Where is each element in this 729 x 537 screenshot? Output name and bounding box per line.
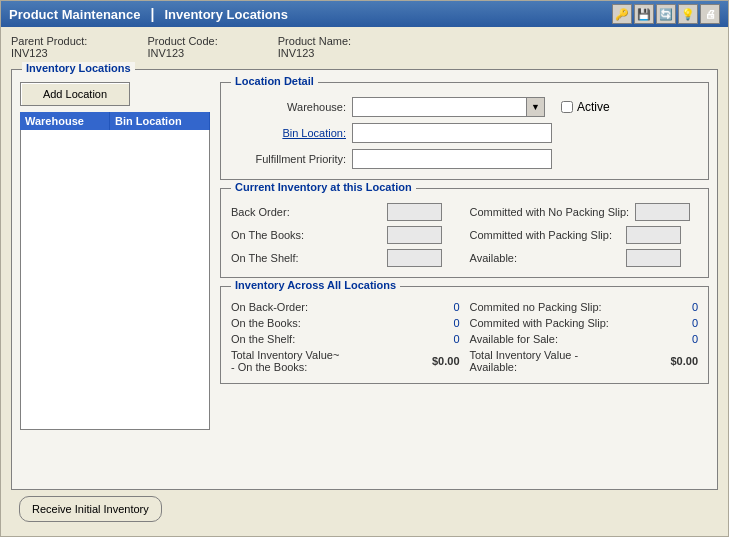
across-total-available-label: Total Inventory Value -Available:: [470, 349, 579, 373]
parent-product-value: INV123: [11, 47, 87, 59]
active-checkbox[interactable]: [561, 101, 573, 113]
across-total-books-row: Total Inventory Value~- On the Books: $0…: [231, 349, 460, 373]
across-all-legend: Inventory Across All Locations: [231, 279, 400, 291]
committed-no-slip-label: Committed with No Packing Slip:: [470, 206, 630, 218]
committed-slip-row: Committed with Packing Slip:: [470, 226, 699, 244]
page-title-section: Inventory Locations: [164, 7, 288, 22]
across-total-books-value: $0.00: [432, 355, 460, 367]
add-location-button[interactable]: Add Location: [20, 82, 130, 106]
list-body: [20, 130, 210, 430]
location-list: Warehouse Bin Location: [20, 112, 210, 430]
active-label: Active: [577, 100, 610, 114]
across-on-shelf-label: On the Shelf:: [231, 333, 295, 345]
across-on-books-label: On the Books:: [231, 317, 301, 329]
bin-location-col-header: Bin Location: [110, 112, 210, 130]
bin-location-label[interactable]: Bin Location:: [231, 127, 346, 139]
page-title-main: Product Maintenance: [9, 7, 140, 22]
across-on-shelf-value: 0: [440, 333, 460, 345]
warehouse-row: Warehouse: ▼ Active: [231, 97, 698, 117]
product-code-item: Product Code: INV123: [147, 35, 217, 59]
key-icon-btn[interactable]: 🔑: [612, 4, 632, 24]
warehouse-col-header: Warehouse: [20, 112, 110, 130]
across-total-available-value: $0.00: [670, 355, 698, 367]
across-available-sale-value: 0: [678, 333, 698, 345]
content-area: Parent Product: INV123 Product Code: INV…: [1, 27, 728, 536]
receive-initial-inventory-button[interactable]: Receive Initial Inventory: [19, 496, 162, 522]
inventory-locations-section: Inventory Locations Add Location Warehou…: [11, 69, 718, 490]
warehouse-input[interactable]: [352, 97, 527, 117]
product-name-label: Product Name:: [278, 35, 351, 47]
on-books-label: On The Books:: [231, 229, 381, 241]
back-order-label: Back Order:: [231, 206, 381, 218]
on-shelf-value: [387, 249, 442, 267]
current-inventory-grid: Back Order: Committed with No Packing Sl…: [231, 203, 698, 267]
available-row: Available:: [470, 249, 699, 267]
across-total-books-label: Total Inventory Value~- On the Books:: [231, 349, 339, 373]
product-info-row: Parent Product: INV123 Product Code: INV…: [11, 35, 718, 59]
committed-slip-label: Committed with Packing Slip:: [470, 229, 620, 241]
warehouse-select-wrap: ▼: [352, 97, 545, 117]
across-no-slip-value: 0: [678, 301, 698, 313]
across-on-books-row: On the Books: 0: [231, 317, 460, 329]
across-all-box: Inventory Across All Locations On Back-O…: [220, 286, 709, 384]
across-slip-value: 0: [678, 317, 698, 329]
across-no-slip-row: Commited no Packing Slip: 0: [470, 301, 699, 313]
across-all-grid: On Back-Order: 0 Commited no Packing Sli…: [231, 301, 698, 373]
title-divider: |: [150, 6, 154, 22]
title-text: Product Maintenance | Inventory Location…: [9, 6, 288, 22]
committed-no-slip-row: Committed with No Packing Slip:: [470, 203, 699, 221]
across-back-order-value: 0: [440, 301, 460, 313]
fulfillment-priority-label: Fulfillment Priority:: [231, 153, 346, 165]
across-slip-label: Commited with Packing Slip:: [470, 317, 609, 329]
across-slip-row: Commited with Packing Slip: 0: [470, 317, 699, 329]
product-code-label: Product Code:: [147, 35, 217, 47]
parent-product-label: Parent Product:: [11, 35, 87, 47]
bin-location-input[interactable]: [352, 123, 552, 143]
product-name-item: Product Name: INV123: [278, 35, 351, 59]
across-back-order-label: On Back-Order:: [231, 301, 308, 313]
main-window: Product Maintenance | Inventory Location…: [0, 0, 729, 537]
across-on-books-value: 0: [440, 317, 460, 329]
inventory-locations-inner: Add Location Warehouse Bin Location Loca…: [20, 82, 709, 481]
product-name-value: INV123: [278, 47, 351, 59]
across-available-sale-label: Available for Sale:: [470, 333, 558, 345]
save-icon-btn[interactable]: 💾: [634, 4, 654, 24]
inventory-locations-legend: Inventory Locations: [22, 62, 135, 74]
committed-no-slip-value: [635, 203, 690, 221]
available-label: Available:: [470, 252, 620, 264]
back-order-value: [387, 203, 442, 221]
bin-location-row: Bin Location:: [231, 123, 698, 143]
on-books-value: [387, 226, 442, 244]
title-bar: Product Maintenance | Inventory Location…: [1, 1, 728, 27]
fulfillment-priority-input[interactable]: [352, 149, 552, 169]
product-code-value: INV123: [147, 47, 217, 59]
location-detail-grid: Warehouse: ▼ Active: [231, 97, 698, 169]
bottom-bar: Receive Initial Inventory: [11, 490, 718, 528]
available-value: [626, 249, 681, 267]
active-checkbox-row: Active: [561, 100, 610, 114]
across-back-order-row: On Back-Order: 0: [231, 301, 460, 313]
current-inventory-box: Current Inventory at this Location Back …: [220, 188, 709, 278]
on-shelf-label: On The Shelf:: [231, 252, 381, 264]
warehouse-dropdown-arrow[interactable]: ▼: [527, 97, 545, 117]
location-detail-legend: Location Detail: [231, 75, 318, 87]
across-no-slip-label: Commited no Packing Slip:: [470, 301, 602, 313]
location-detail-box: Location Detail Warehouse: ▼ Ac: [220, 82, 709, 180]
committed-slip-value: [626, 226, 681, 244]
print-icon-btn[interactable]: 🖨: [700, 4, 720, 24]
title-icons: 🔑 💾 🔄 💡 🖨: [612, 4, 720, 24]
on-shelf-row: On The Shelf:: [231, 249, 460, 267]
refresh-icon-btn[interactable]: 🔄: [656, 4, 676, 24]
back-order-row: Back Order:: [231, 203, 460, 221]
across-available-sale-row: Available for Sale: 0: [470, 333, 699, 345]
list-header: Warehouse Bin Location: [20, 112, 210, 130]
fulfillment-priority-row: Fulfillment Priority:: [231, 149, 698, 169]
help-icon-btn[interactable]: 💡: [678, 4, 698, 24]
across-on-shelf-row: On the Shelf: 0: [231, 333, 460, 345]
on-books-row: On The Books:: [231, 226, 460, 244]
warehouse-label: Warehouse:: [231, 101, 346, 113]
left-panel: Add Location Warehouse Bin Location: [20, 82, 210, 481]
across-total-available-row: Total Inventory Value -Available: $0.00: [470, 349, 699, 373]
parent-product-item: Parent Product: INV123: [11, 35, 87, 59]
right-panel: Location Detail Warehouse: ▼ Ac: [220, 82, 709, 481]
